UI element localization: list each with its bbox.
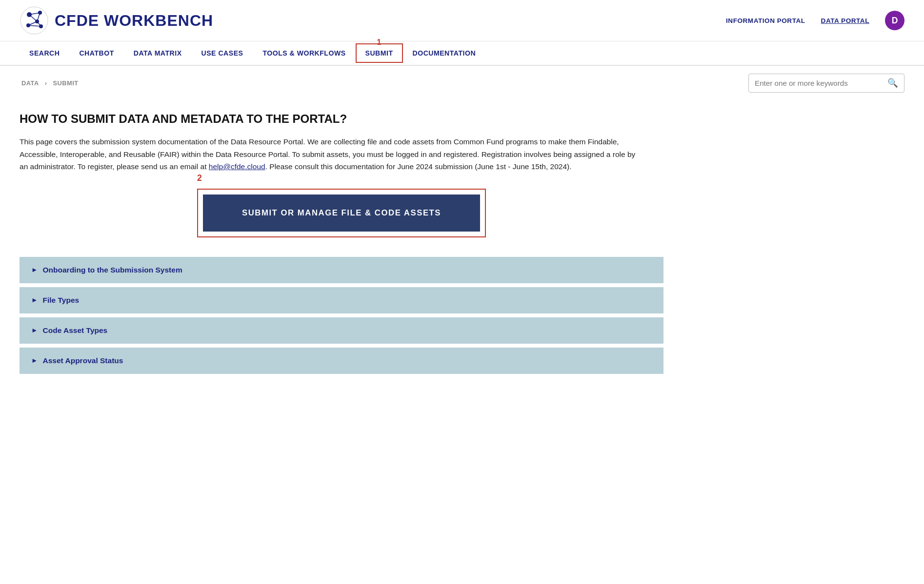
main-content: HOW TO SUBMIT DATA AND METADATA TO THE P… (0, 100, 683, 393)
logo-icon (20, 6, 49, 35)
accordion-onboarding[interactable]: ► Onboarding to the Submission System (20, 257, 663, 283)
information-portal-link[interactable]: INFORMATION PORTAL (726, 17, 805, 24)
breadcrumb-separator: › (45, 79, 49, 87)
accordion-code-asset-types[interactable]: ► Code Asset Types (20, 317, 663, 344)
data-portal-link[interactable]: DATA PORTAL (821, 17, 869, 24)
breadcrumb: DATA › SUBMIT (20, 79, 80, 87)
breadcrumb-submit: SUBMIT (53, 79, 79, 87)
description-part2: . Please consult this documentation for … (265, 162, 572, 171)
email-link[interactable]: help@cfde.cloud (209, 162, 265, 171)
nav-tools-workflows[interactable]: TOOLS & WORKFLOWS (253, 41, 355, 65)
svg-point-0 (20, 7, 48, 34)
search-icon: 🔍 (887, 78, 898, 88)
logo-title: CFDE WORKBENCH (55, 12, 213, 30)
avatar[interactable]: D (885, 11, 904, 30)
accordion-arrow-code-asset-types: ► (31, 327, 38, 334)
nav-bar: SEARCH CHATBOT DATA MATRIX USE CASES TOO… (0, 41, 924, 66)
submit-area: 2 SUBMIT OR MANAGE FILE & CODE ASSETS (20, 189, 663, 237)
accordion-file-types[interactable]: ► File Types (20, 287, 663, 313)
page-title: HOW TO SUBMIT DATA AND METADATA TO THE P… (20, 112, 663, 126)
accordion-arrow-onboarding: ► (31, 266, 38, 273)
nav-chatbot[interactable]: CHATBOT (69, 41, 123, 65)
submit-btn-wrapper: SUBMIT OR MANAGE FILE & CODE ASSETS (197, 189, 486, 237)
annotation-2: 2 (197, 173, 202, 183)
breadcrumb-data: DATA (21, 79, 39, 87)
description-text: This page covers the submission system d… (20, 136, 644, 173)
top-header: CFDE WORKBENCH INFORMATION PORTAL DATA P… (0, 0, 924, 41)
nav-search[interactable]: SEARCH (20, 41, 69, 65)
accordion-arrow-asset-approval: ► (31, 357, 38, 364)
top-right-links: INFORMATION PORTAL DATA PORTAL D (726, 11, 904, 30)
submit-manage-button[interactable]: SUBMIT OR MANAGE FILE & CODE ASSETS (203, 195, 480, 232)
accordion-label-onboarding: Onboarding to the Submission System (42, 266, 182, 274)
accordion-label-asset-approval: Asset Approval Status (42, 356, 123, 365)
nav-documentation[interactable]: DOCUMENTATION (403, 41, 486, 65)
nav-data-matrix[interactable]: DATA MATRIX (124, 41, 192, 65)
logo-area: CFDE WORKBENCH (20, 6, 213, 35)
accordion-label-file-types: File Types (42, 296, 79, 305)
nav-use-cases[interactable]: USE CASES (192, 41, 253, 65)
accordion: ► Onboarding to the Submission System ► … (20, 257, 663, 374)
accordion-asset-approval[interactable]: ► Asset Approval Status (20, 348, 663, 374)
nav-submit[interactable]: SUBMIT (356, 43, 403, 63)
accordion-label-code-asset-types: Code Asset Types (42, 326, 107, 335)
breadcrumb-search-bar: DATA › SUBMIT 🔍 (0, 66, 924, 100)
search-box: 🔍 (748, 74, 904, 93)
search-input[interactable] (755, 79, 887, 87)
accordion-arrow-file-types: ► (31, 296, 38, 304)
